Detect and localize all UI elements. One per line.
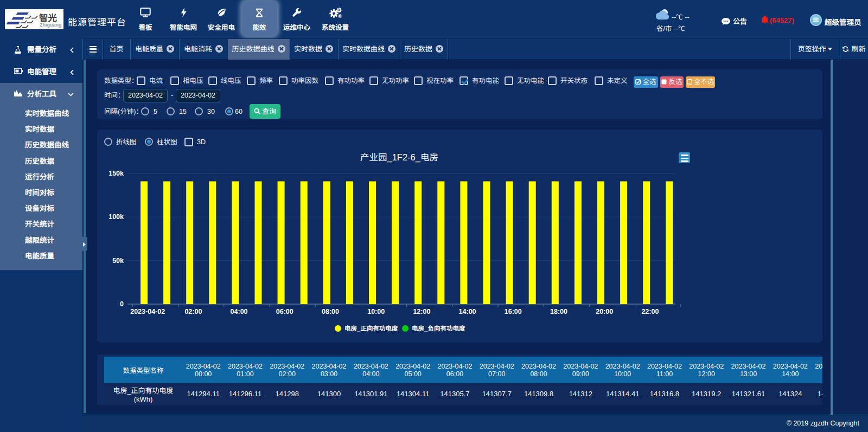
svg-text:22:00: 22:00 <box>641 308 659 315</box>
svg-text:2023-04-02: 2023-04-02 <box>130 308 165 315</box>
svg-text:50k: 50k <box>112 257 124 265</box>
svg-text:12:00: 12:00 <box>413 308 430 315</box>
svg-text:电房_正向有功电度: 电房_正向有功电度 <box>344 325 398 332</box>
svg-text:产业园_1F2-6_电房: 产业园_1F2-6_电房 <box>360 152 438 163</box>
svg-text:02:00: 02:00 <box>184 308 202 315</box>
svg-text:10:00: 10:00 <box>367 308 385 315</box>
svg-text:04:00: 04:00 <box>231 308 248 315</box>
svg-text:06:00: 06:00 <box>276 308 293 315</box>
svg-text:18:00: 18:00 <box>550 308 567 315</box>
svg-text:Zhiguang: Zhiguang <box>40 22 62 28</box>
svg-text:0: 0 <box>120 300 124 308</box>
svg-text:16:00: 16:00 <box>505 308 522 315</box>
svg-text:14:00: 14:00 <box>459 308 476 315</box>
svg-text:100k: 100k <box>108 213 124 221</box>
svg-text:20:00: 20:00 <box>596 308 613 315</box>
svg-text:150k: 150k <box>108 170 124 177</box>
svg-text:08:00: 08:00 <box>322 308 339 315</box>
svg-text:电房_负向有功电度: 电房_负向有功电度 <box>412 325 465 332</box>
